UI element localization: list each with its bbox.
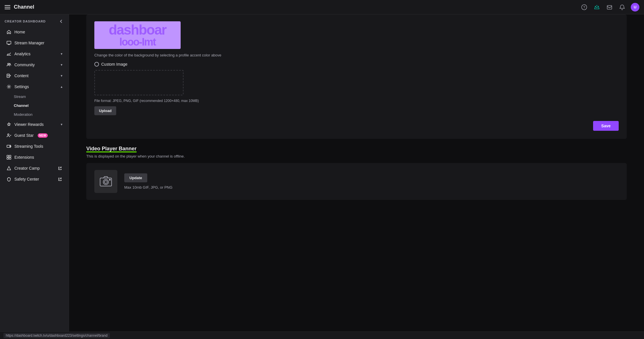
sidebar-sub-item-moderation[interactable]: Moderation — [2, 110, 67, 119]
statusbar-url: https://dashboard.twitch.tv/u/dashboard2… — [3, 333, 110, 338]
menu-icon[interactable] — [5, 4, 10, 10]
profile-banner-footer: Save — [94, 121, 619, 131]
community-chevron: ▾ — [61, 63, 62, 67]
custom-image-label: Custom Image — [101, 62, 127, 67]
camera-icon-box — [94, 170, 117, 193]
save-button[interactable]: Save — [593, 121, 619, 131]
extensions-icon — [6, 155, 12, 160]
sidebar-item-home[interactable]: Home — [2, 27, 67, 37]
topbar: Channel ? U — [0, 0, 644, 14]
viewer-rewards-icon — [6, 122, 12, 127]
sidebar-item-streaming-tools[interactable]: Streaming Tools — [2, 141, 67, 151]
safety-center-external-icon — [57, 177, 62, 182]
custom-image-radio-row: Custom Image — [94, 62, 619, 67]
svg-rect-23 — [7, 158, 9, 159]
sidebar-item-analytics[interactable]: Analytics ▾ — [2, 49, 67, 59]
inbox-icon[interactable] — [605, 3, 614, 11]
svg-marker-20 — [10, 145, 11, 147]
sidebar-item-guest-star[interactable]: Guest Star NEW — [2, 130, 67, 141]
banner-description: Change the color of the background by se… — [94, 53, 619, 57]
svg-point-28 — [103, 179, 108, 185]
banner-preview-text: dashboar — [109, 23, 166, 37]
video-banner-title-row: Video Player Banner — [86, 146, 627, 152]
sidebar-item-creator-camp-label: Creator Camp — [14, 166, 40, 171]
banner-preview-text2: looo-Imt — [109, 37, 166, 47]
svg-rect-19 — [7, 145, 10, 147]
sidebar-item-settings[interactable]: Settings ▴ — [2, 82, 67, 92]
svg-rect-8 — [7, 41, 11, 44]
sidebar-item-community[interactable]: Community ▾ — [2, 60, 67, 70]
sidebar-sub-channel-label: Channel — [14, 103, 28, 108]
main-content: dashboar looo-Imt Change the color of th… — [69, 14, 644, 332]
sidebar-header-label: CREATOR DASHBOARD — [5, 20, 46, 23]
sidebar-sub-item-channel[interactable]: Channel — [2, 101, 67, 110]
update-note: Max 10mb GIF, JPG, or PNG — [124, 185, 173, 190]
sidebar-item-extensions[interactable]: Extensions — [2, 152, 67, 162]
content-chevron: ▾ — [61, 74, 62, 78]
home-icon — [6, 29, 12, 35]
content-icon — [6, 73, 12, 78]
svg-point-29 — [104, 181, 107, 183]
file-format-text: File format: JPEG, PNG, GIF (recommended… — [94, 99, 619, 103]
svg-text:?: ? — [583, 5, 585, 10]
video-banner-info: Update Max 10mb GIF, JPG, or PNG — [124, 173, 173, 190]
sidebar-collapse-button[interactable] — [58, 18, 64, 24]
sidebar-item-stream-manager-label: Stream Manager — [14, 41, 44, 45]
notifications-icon[interactable] — [618, 3, 626, 11]
sidebar: CREATOR DASHBOARD Home Stream Manager An… — [0, 14, 69, 332]
svg-point-4 — [598, 6, 599, 7]
sidebar-item-community-label: Community — [14, 63, 35, 67]
svg-point-12 — [8, 63, 9, 65]
sidebar-item-stream-manager[interactable]: Stream Manager — [2, 38, 67, 48]
svg-rect-21 — [7, 155, 9, 157]
sidebar-item-analytics-label: Analytics — [14, 52, 30, 56]
sidebar-item-creator-camp[interactable]: Creator Camp — [2, 163, 67, 173]
analytics-chevron: ▾ — [61, 52, 62, 56]
safety-center-icon — [6, 177, 12, 182]
svg-rect-22 — [9, 155, 11, 157]
video-banner-title: Video Player Banner — [86, 146, 137, 152]
upload-button[interactable]: Upload — [94, 106, 116, 115]
sidebar-item-viewer-rewards-label: Viewer Rewards — [14, 122, 44, 127]
sidebar-sub-moderation-label: Moderation — [14, 112, 33, 117]
upload-drop-area[interactable] — [94, 70, 184, 95]
sidebar-item-content[interactable]: Content ▾ — [2, 71, 67, 81]
svg-rect-14 — [7, 74, 9, 77]
sidebar-item-safety-center[interactable]: Safety Center — [2, 174, 67, 184]
profile-banner-section: dashboar looo-Imt Change the color of th… — [86, 14, 627, 139]
sidebar-item-settings-label: Settings — [14, 84, 29, 89]
topbar-right: ? U — [580, 3, 639, 12]
sidebar-sub-item-stream[interactable]: Stream — [2, 92, 67, 101]
custom-image-radio[interactable] — [94, 62, 99, 67]
crown-icon[interactable] — [593, 3, 601, 11]
svg-point-17 — [8, 86, 10, 88]
svg-point-3 — [595, 6, 596, 7]
community-icon — [6, 62, 12, 67]
stream-manager-icon — [6, 40, 12, 46]
sidebar-item-guest-star-label: Guest Star — [14, 133, 34, 138]
creator-camp-icon — [6, 166, 12, 171]
sidebar-item-extensions-label: Extensions — [14, 155, 34, 160]
sidebar-item-streaming-tools-label: Streaming Tools — [14, 144, 43, 149]
video-banner-card: Update Max 10mb GIF, JPG, or PNG — [86, 163, 627, 200]
sidebar-item-home-label: Home — [14, 30, 25, 34]
sidebar-item-content-label: Content — [14, 73, 28, 78]
update-button[interactable]: Update — [124, 173, 147, 182]
statusbar: https://dashboard.twitch.tv/u/dashboard2… — [0, 332, 644, 339]
svg-rect-6 — [607, 5, 612, 9]
video-player-banner-section: Video Player Banner This is displayed on… — [86, 146, 627, 200]
svg-rect-24 — [9, 158, 11, 159]
avatar[interactable]: U — [631, 3, 639, 12]
guest-star-icon — [6, 133, 12, 138]
layout: CREATOR DASHBOARD Home Stream Manager An… — [0, 14, 644, 332]
topbar-title: Channel — [14, 4, 34, 10]
banner-preview: dashboar looo-Imt — [94, 21, 181, 49]
camera-icon — [99, 175, 113, 188]
settings-icon — [6, 84, 12, 89]
settings-chevron: ▴ — [61, 85, 62, 89]
sidebar-header: CREATOR DASHBOARD — [0, 14, 69, 26]
streaming-tools-icon — [6, 144, 12, 149]
sidebar-item-viewer-rewards[interactable]: Viewer Rewards ▾ — [2, 119, 67, 130]
help-icon[interactable]: ? — [580, 3, 588, 11]
analytics-icon — [6, 51, 12, 56]
